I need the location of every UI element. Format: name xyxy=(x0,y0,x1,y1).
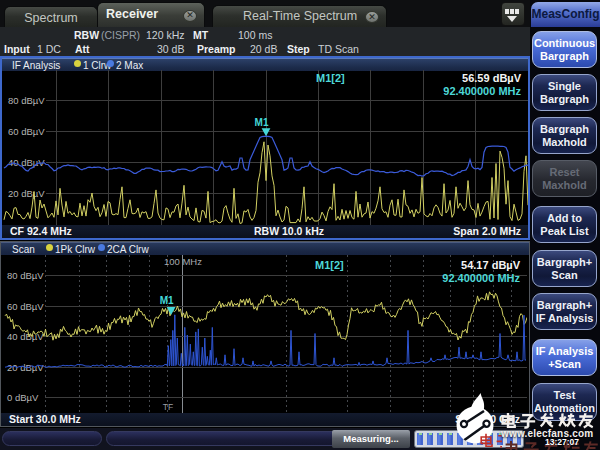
if-analysis-footer: CF 92.4 MHz RBW 10.0 kHz Span 2.0 MHz xyxy=(2,225,528,238)
softkey-bargraph-maxhold[interactable]: BargraphMaxhold xyxy=(532,117,597,154)
softkey-label-line: Scan xyxy=(551,269,577,282)
mt-label[interactable]: MT xyxy=(193,29,208,41)
trace2-dot-icon xyxy=(107,60,114,67)
marker-freq-2: 92.400000 MHz xyxy=(381,272,520,284)
softkey-label-line: Test xyxy=(554,389,576,402)
scan-legend-2: 2CA Clrw xyxy=(107,244,149,255)
tab-spectrum[interactable]: Spectrum xyxy=(4,6,98,28)
scan-header[interactable]: Scan 1Pk Clrw 2CA Clrw xyxy=(1,242,529,255)
tab-realtime-spectrum[interactable]: Real-Time Spectrum ✕ xyxy=(212,5,387,28)
svg-text:60 dBµV: 60 dBµV xyxy=(7,301,44,312)
marker-level-1: 56.59 dBµV xyxy=(382,72,521,84)
softkey-reset-maxhold[interactable]: ResetMaxhold xyxy=(532,160,597,197)
span-value[interactable]: Span 2.0 MHz xyxy=(438,225,521,237)
step-value[interactable]: TD Scan xyxy=(318,43,359,55)
clock: 13:27:07 xyxy=(530,437,594,447)
softkey-bargraph-if-analysis[interactable]: Bargraph+IF Analysis xyxy=(532,293,597,330)
softkey-bargraph-scan[interactable]: Bargraph+Scan xyxy=(532,250,597,287)
scan-title: Scan xyxy=(12,244,35,255)
status-panel-1 xyxy=(2,431,102,446)
tab-receiver[interactable]: Receiver ✕ xyxy=(97,2,205,28)
rbw-value[interactable]: 120 kHz xyxy=(146,29,185,41)
softkey-label-line: Bargraph xyxy=(540,93,589,106)
settings-bar: RBW (CISPR) 120 kHz MT 100 ms Input 1 DC… xyxy=(0,27,530,56)
att-label[interactable]: Att xyxy=(75,43,90,55)
tab-realtime-label: Real-Time Spectrum xyxy=(243,9,357,23)
softkey-label-line: Add to xyxy=(547,212,582,225)
softkey-add-to-peak-list[interactable]: Add toPeak List xyxy=(532,206,597,243)
softkey-label-line: Reset xyxy=(550,166,580,179)
marker-label-1: M1[2] xyxy=(316,72,345,84)
marker-freq-1: 92.400000 MHz xyxy=(382,85,521,97)
svg-text:M1: M1 xyxy=(160,295,174,306)
input-value[interactable]: 1 DC xyxy=(37,43,61,55)
softkey-label-line: Bargraph+ xyxy=(537,256,592,269)
mt-value[interactable]: 100 ms xyxy=(238,29,272,41)
chevron-down-icon xyxy=(507,16,517,22)
rbw-label[interactable]: RBW xyxy=(74,29,99,41)
tab-list-button[interactable] xyxy=(501,2,525,26)
preamp-value[interactable]: 20 dB xyxy=(250,43,277,55)
softkey-label-line: Bargraph xyxy=(540,50,589,63)
scan-legend-1: 1Pk Clrw xyxy=(55,244,95,255)
softkey-label-line: +Scan xyxy=(548,358,581,371)
tab-list-icon xyxy=(505,9,509,14)
marker-level-2: 54.17 dBµV xyxy=(381,259,520,271)
tab-realtime-close-icon[interactable]: ✕ xyxy=(365,11,379,23)
rbw-qualifier: (CISPR) xyxy=(101,29,140,41)
softkey-label-line: Bargraph+ xyxy=(537,299,592,312)
svg-text:0 dBµV: 0 dBµV xyxy=(7,392,39,403)
tab-receiver-close-icon[interactable]: ✕ xyxy=(183,10,197,22)
trace1-dot-icon xyxy=(74,60,81,67)
status-panel-2 xyxy=(106,431,350,446)
softkey-label-line: IF Analysis xyxy=(536,312,594,325)
softkey-label-line: Continuous xyxy=(534,37,595,50)
svg-text:60 dBµV: 60 dBµV xyxy=(8,126,45,137)
rbw-footer-value[interactable]: RBW 10.0 kHz xyxy=(254,225,324,237)
softkey-sidebar: MeasConfig ContinuousBargraph SingleBarg… xyxy=(530,0,600,450)
softkey-label-line: Maxhold xyxy=(542,136,587,149)
watermark-red-tile-glyphs xyxy=(478,432,502,450)
step-label[interactable]: Step xyxy=(287,43,310,55)
sidebar-title: MeasConfig xyxy=(531,2,600,27)
scan-trace2-dot-icon xyxy=(98,244,105,251)
softkey-if-analysis-scan[interactable]: IF Analysis+Scan xyxy=(532,339,597,376)
tab-receiver-label: Receiver xyxy=(106,7,158,21)
softkey-label-line: IF Analysis xyxy=(536,345,594,358)
tab-spectrum-label: Spectrum xyxy=(24,11,78,25)
marker-label-2: M1[2] xyxy=(315,259,344,271)
tab-list-icon xyxy=(510,9,514,14)
svg-text:40 dBµV: 40 dBµV xyxy=(8,157,45,168)
cf-value[interactable]: CF 92.4 MHz xyxy=(10,225,72,237)
measuring-status: Measuring... xyxy=(332,430,410,448)
start-value[interactable]: Start 30.0 MHz xyxy=(9,413,81,425)
svg-text:M1: M1 xyxy=(255,117,269,128)
scan-trace1-dot-icon xyxy=(46,244,53,251)
softkey-label-line: Single xyxy=(548,80,581,93)
tab-bar: Spectrum Receiver ✕ Real-Time Spectrum ✕ xyxy=(0,0,530,27)
softkey-label-line: Bargraph xyxy=(540,123,589,136)
softkey-continuous-bargraph[interactable]: ContinuousBargraph xyxy=(532,31,597,68)
att-value[interactable]: 30 dB xyxy=(157,43,184,55)
if-analysis-window: IF Analysis 1 Clrw 2 Max 80 dBµV60 dBµV4… xyxy=(0,56,530,240)
preamp-label[interactable]: Preamp xyxy=(197,43,236,55)
svg-text:80 dBµV: 80 dBµV xyxy=(7,270,44,281)
svg-text:20 dBµV: 20 dBµV xyxy=(8,188,45,199)
input-label[interactable]: Input xyxy=(4,43,30,55)
softkey-label-line: Maxhold xyxy=(542,179,587,192)
svg-text:100 MHz: 100 MHz xyxy=(164,256,202,267)
tab-list-icon xyxy=(515,9,519,14)
svg-text:40 dBµV: 40 dBµV xyxy=(7,331,44,342)
softkey-label-line: Peak List xyxy=(540,225,588,238)
svg-text:80 dBµV: 80 dBµV xyxy=(8,95,45,106)
softkey-single-bargraph[interactable]: SingleBargraph xyxy=(532,74,597,111)
svg-text:TF: TF xyxy=(163,402,173,412)
